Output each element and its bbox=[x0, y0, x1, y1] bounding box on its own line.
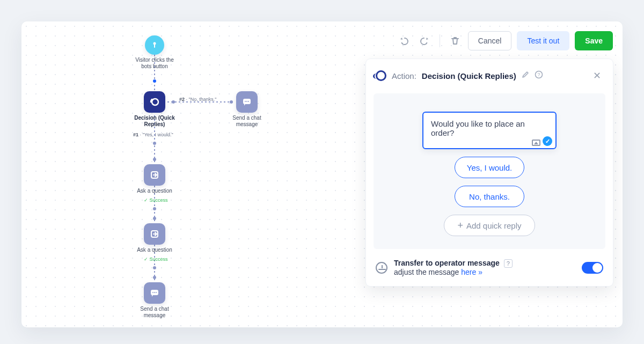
svg-point-18 bbox=[156, 292, 157, 293]
add-quick-reply-button[interactable]: + Add quick reply bbox=[444, 215, 535, 236]
svg-point-10 bbox=[245, 101, 246, 102]
start-node-label: Visitor clicks the bots button bbox=[130, 57, 179, 70]
svg-point-12 bbox=[248, 101, 249, 102]
footer-sub-prefix: adjust the message bbox=[394, 268, 461, 276]
footer-text: Transfer to operator message ? adjust th… bbox=[394, 259, 575, 276]
message-text: Would you like to place an order? bbox=[431, 119, 525, 137]
footer-help-icon[interactable]: ? bbox=[504, 259, 513, 268]
ask-question-node-1[interactable] bbox=[144, 164, 165, 186]
message-badges: ✓ bbox=[532, 136, 552, 146]
send-message-node-bottom[interactable] bbox=[144, 282, 165, 304]
image-icon[interactable] bbox=[532, 140, 540, 146]
connector-dot bbox=[153, 217, 156, 220]
ask-question-node-2-label: Ask a question bbox=[130, 247, 179, 253]
decision-node-label: Decision (Quick Replies) bbox=[130, 115, 179, 128]
close-icon[interactable]: ✕ bbox=[591, 68, 603, 84]
branch2-edge-label: #2 · "No, thanks." bbox=[179, 97, 216, 102]
edit-title-icon[interactable] bbox=[522, 71, 529, 80]
send-message-node-right[interactable] bbox=[236, 91, 258, 113]
operator-icon bbox=[376, 262, 387, 274]
panel-header: Action: Decision (Quick Replies) ? ✕ bbox=[366, 59, 613, 90]
help-icon[interactable]: ? bbox=[535, 70, 543, 81]
trash-icon[interactable] bbox=[448, 33, 463, 48]
flow-connectors bbox=[107, 27, 301, 327]
quick-reply-option-2[interactable]: No, thanks. bbox=[455, 186, 524, 207]
ask-question-node-1-label: Ask a question bbox=[130, 188, 179, 194]
panel-body: Would you like to place an order? ✓ Yes,… bbox=[374, 93, 605, 249]
top-toolbar: Cancel Test it out Save bbox=[397, 31, 613, 50]
start-node[interactable] bbox=[145, 35, 164, 55]
panel-header-label: Action: bbox=[392, 71, 416, 80]
message-input[interactable]: Would you like to place an order? ✓ bbox=[422, 112, 557, 149]
footer-here-link[interactable]: here » bbox=[461, 268, 482, 276]
branch1-edge-label: #1 · "Yes, I would." bbox=[133, 132, 173, 137]
connector-dot bbox=[230, 100, 233, 104]
connector-dot bbox=[153, 207, 156, 210]
undo-icon[interactable] bbox=[397, 33, 412, 48]
footer-title: Transfer to operator message bbox=[394, 259, 500, 267]
decision-node[interactable] bbox=[144, 91, 165, 113]
panel-header-title: Decision (Quick Replies) bbox=[422, 71, 516, 80]
ask-question-node-2[interactable] bbox=[144, 223, 165, 245]
svg-point-16 bbox=[152, 292, 153, 293]
send-message-node-right-label: Send a chat message bbox=[223, 115, 271, 128]
svg-text:?: ? bbox=[537, 72, 540, 77]
transfer-toggle[interactable] bbox=[582, 262, 603, 274]
add-quick-reply-label: Add quick reply bbox=[466, 221, 522, 230]
svg-point-8 bbox=[152, 99, 158, 105]
toolbar-separator bbox=[440, 34, 440, 47]
svg-point-7 bbox=[153, 42, 156, 45]
plus-icon: + bbox=[457, 220, 463, 231]
success-edge-1: Success bbox=[144, 197, 168, 203]
panel-footer: Transfer to operator message ? adjust th… bbox=[366, 249, 613, 281]
save-button[interactable]: Save bbox=[575, 31, 613, 50]
editor-stage: Cancel Test it out Save Action: Decision… bbox=[21, 21, 623, 327]
connector-dot bbox=[153, 79, 156, 83]
svg-point-17 bbox=[154, 292, 155, 293]
send-message-node-bottom-label: Send a chat message bbox=[130, 306, 179, 319]
flow-diagram: Visitor clicks the bots button Decision … bbox=[107, 27, 301, 327]
valid-check-icon: ✓ bbox=[543, 136, 552, 146]
decision-icon bbox=[376, 70, 386, 81]
redo-icon[interactable] bbox=[417, 33, 432, 48]
cancel-button[interactable]: Cancel bbox=[468, 31, 512, 50]
svg-point-11 bbox=[246, 101, 247, 102]
connector-dot bbox=[153, 266, 156, 269]
connector-dot bbox=[153, 276, 156, 279]
quick-reply-option-1[interactable]: Yes, I would. bbox=[455, 157, 524, 178]
action-panel: Action: Decision (Quick Replies) ? ✕ Wou… bbox=[366, 59, 613, 286]
connector-dot bbox=[153, 158, 156, 161]
connector-dot bbox=[153, 142, 156, 145]
connector-dot bbox=[172, 100, 175, 104]
test-it-out-button[interactable]: Test it out bbox=[517, 31, 569, 50]
success-edge-2: Success bbox=[144, 257, 168, 262]
